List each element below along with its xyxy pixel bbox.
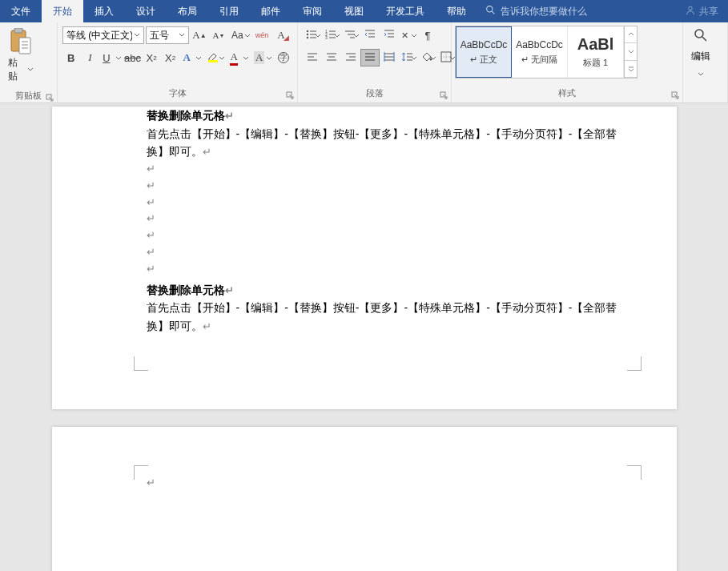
font-size-combo[interactable]: 五号 xyxy=(146,26,189,44)
asian-layout-icon: ✕ xyxy=(401,30,408,41)
change-case-button[interactable]: Aa xyxy=(229,26,251,44)
svg-point-66 xyxy=(695,30,703,38)
increase-indent-button[interactable] xyxy=(380,26,399,44)
numbering-button[interactable]: 123 xyxy=(322,26,341,44)
bold-button[interactable]: B xyxy=(62,49,80,66)
tab-references[interactable]: 引用 xyxy=(208,0,250,22)
decrease-indent-button[interactable] xyxy=(360,26,380,44)
gallery-up-button[interactable] xyxy=(625,26,637,43)
pilcrow-icon: ¶ xyxy=(425,30,431,42)
group-label-styles: 样式 xyxy=(452,86,682,103)
superscript-button[interactable]: X2 xyxy=(162,49,179,66)
outdent-icon xyxy=(364,28,376,43)
cut-button[interactable] xyxy=(38,27,56,45)
tab-layout[interactable]: 布局 xyxy=(167,0,208,22)
align-right-button[interactable] xyxy=(341,49,360,66)
document-scroll-area[interactable]: 替换删除单元格↵ 首先点击【开始】-【编辑】-【替换】按钮-【更多】-【特殊单元… xyxy=(0,103,728,571)
multilevel-list-button[interactable] xyxy=(341,26,360,44)
italic-button[interactable]: I xyxy=(82,49,99,66)
chevron-down-icon xyxy=(698,66,704,81)
share-button[interactable]: 共享 xyxy=(675,0,728,22)
margin-corner xyxy=(627,465,642,480)
editing-button[interactable]: 编辑 xyxy=(683,22,718,81)
asian-layout-button[interactable]: ✕ xyxy=(399,26,418,44)
tab-view[interactable]: 视图 xyxy=(333,0,375,22)
char-shading-button[interactable]: A xyxy=(251,49,274,66)
svg-point-0 xyxy=(487,6,493,12)
chevron-down-icon xyxy=(177,32,187,38)
bullets-button[interactable] xyxy=(303,26,322,44)
ribbon: 粘贴 剪贴板 等线 (中文正文) 五号 A▲ A▼ Aa wén A◢ B xyxy=(0,22,728,103)
style-heading-1[interactable]: AaBl 标题 1 xyxy=(568,26,624,78)
tab-design[interactable]: 设计 xyxy=(125,0,167,22)
dialog-launcher-icon[interactable] xyxy=(440,91,448,99)
align-center-icon xyxy=(325,50,338,66)
shrink-font-button[interactable]: A▼ xyxy=(210,26,227,44)
svg-line-67 xyxy=(702,37,706,41)
page-1[interactable]: 替换删除单元格↵ 首先点击【开始】-【编辑】-【替换】按钮-【更多】-【特殊单元… xyxy=(52,107,677,409)
page-2[interactable]: ↵ xyxy=(52,427,677,571)
format-painter-button[interactable] xyxy=(38,69,56,86)
tab-developer[interactable]: 开发工具 xyxy=(375,0,436,22)
tell-me-search[interactable]: 告诉我你想要做什么 xyxy=(477,0,595,22)
style-no-spacing[interactable]: AaBbCcDc ↵ 无间隔 xyxy=(512,26,568,78)
share-icon xyxy=(685,5,696,18)
svg-rect-4 xyxy=(14,28,22,33)
show-marks-button[interactable]: ¶ xyxy=(418,26,437,44)
tab-home[interactable]: 开始 xyxy=(42,0,83,22)
clear-formatting-button[interactable]: A◢ xyxy=(272,26,290,44)
tab-review[interactable]: 审阅 xyxy=(292,0,333,22)
svg-point-22 xyxy=(307,33,308,34)
margin-corner xyxy=(134,465,148,480)
group-font: 等线 (中文正文) 五号 A▲ A▼ Aa wén A◢ B I U abc X… xyxy=(58,22,298,103)
line-spacing-button[interactable] xyxy=(399,49,418,66)
justify-button[interactable] xyxy=(360,49,380,66)
dialog-launcher-icon[interactable] xyxy=(46,94,54,102)
gallery-more-button[interactable] xyxy=(625,61,637,78)
group-label-paragraph: 段落 xyxy=(298,86,451,103)
dialog-launcher-icon[interactable] xyxy=(286,91,294,99)
grow-font-button[interactable]: A▲ xyxy=(191,26,208,44)
font-name-combo[interactable]: 等线 (中文正文) xyxy=(62,26,144,44)
text-effects-button[interactable]: A xyxy=(180,49,203,66)
strikethrough-button[interactable]: abc xyxy=(124,49,142,66)
svg-rect-18 xyxy=(208,60,218,62)
shading-button[interactable] xyxy=(418,49,437,66)
gallery-scroll xyxy=(624,26,637,78)
subscript-button[interactable]: X2 xyxy=(143,49,160,66)
align-center-button[interactable] xyxy=(322,49,341,66)
style-normal[interactable]: AaBbCcDc ↵ 正文 xyxy=(456,26,512,78)
group-clipboard: 粘贴 剪贴板 xyxy=(0,22,58,103)
font-color-button[interactable]: A xyxy=(227,49,250,66)
align-left-button[interactable] xyxy=(303,49,322,66)
paste-button[interactable]: 粘贴 xyxy=(5,26,37,85)
margin-corner xyxy=(134,356,148,371)
svg-line-1 xyxy=(492,11,494,14)
paragraph-text: 首先点击【开始】-【编辑】-【替换】按钮-【更多】-【特殊单元格】-【手动分页符… xyxy=(147,299,629,335)
paste-icon xyxy=(8,27,34,56)
phonetic-guide-button[interactable]: wén xyxy=(253,26,271,44)
enclose-char-button[interactable]: 字 xyxy=(275,49,292,66)
gallery-down-button[interactable] xyxy=(625,43,637,60)
tell-me-label: 告诉我你想要做什么 xyxy=(501,5,587,18)
chevron-down-icon xyxy=(132,32,142,38)
search-icon xyxy=(485,5,496,18)
group-label-font: 字体 xyxy=(58,86,297,103)
paragraph-text: 首先点击【开始】-【编辑】-【替换】按钮-【更多】-【特殊单元格】-【手动分页符… xyxy=(147,125,629,161)
tab-mailings[interactable]: 邮件 xyxy=(250,0,292,22)
highlight-icon xyxy=(207,50,219,66)
heading: 替换删除单元格↵ xyxy=(147,281,629,300)
highlight-button[interactable] xyxy=(204,49,227,66)
tab-help[interactable]: 帮助 xyxy=(436,0,477,22)
copy-button[interactable] xyxy=(38,48,56,66)
underline-button[interactable]: U xyxy=(100,49,123,66)
align-right-icon xyxy=(344,50,357,66)
group-label-editing xyxy=(683,98,727,103)
eraser-icon: A◢ xyxy=(277,29,284,42)
tab-file[interactable]: 文件 xyxy=(0,0,42,22)
distribute-button[interactable] xyxy=(380,49,399,66)
find-icon xyxy=(693,27,709,46)
dialog-launcher-icon[interactable] xyxy=(671,91,679,99)
distribute-icon xyxy=(383,50,396,66)
tab-insert[interactable]: 插入 xyxy=(83,0,125,22)
